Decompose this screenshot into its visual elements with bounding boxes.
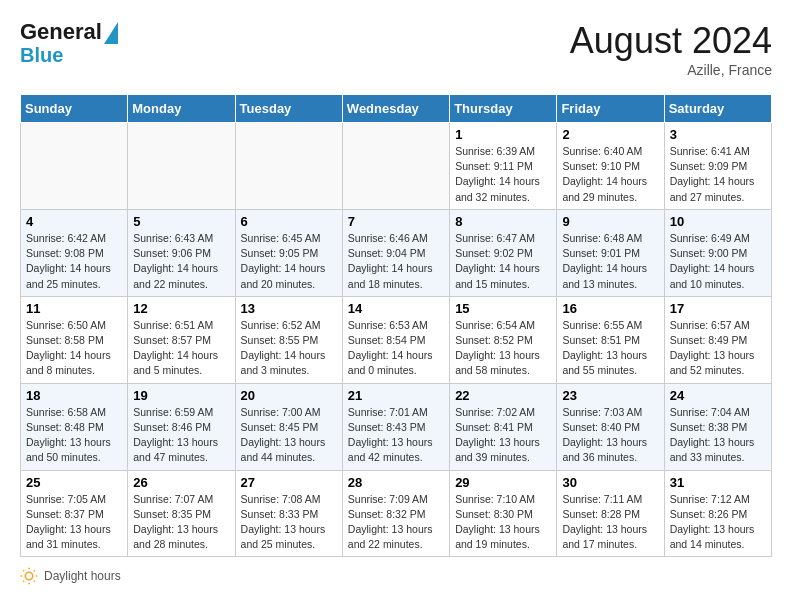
day-info: Sunrise: 6:46 AMSunset: 9:04 PMDaylight:…: [348, 231, 444, 292]
day-number: 14: [348, 301, 444, 316]
day-cell-6: 6Sunrise: 6:45 AMSunset: 9:05 PMDaylight…: [235, 209, 342, 296]
day-info: Sunrise: 6:53 AMSunset: 8:54 PMDaylight:…: [348, 318, 444, 379]
calendar-week-row: 18Sunrise: 6:58 AMSunset: 8:48 PMDayligh…: [21, 383, 772, 470]
day-info: Sunrise: 7:03 AMSunset: 8:40 PMDaylight:…: [562, 405, 658, 466]
calendar-table: SundayMondayTuesdayWednesdayThursdayFrid…: [20, 94, 772, 557]
day-info: Sunrise: 7:07 AMSunset: 8:35 PMDaylight:…: [133, 492, 229, 553]
day-cell-30: 30Sunrise: 7:11 AMSunset: 8:28 PMDayligh…: [557, 470, 664, 557]
day-number: 5: [133, 214, 229, 229]
title-area: August 2024 Azille, France: [570, 20, 772, 78]
day-info: Sunrise: 7:08 AMSunset: 8:33 PMDaylight:…: [241, 492, 337, 553]
calendar-week-row: 4Sunrise: 6:42 AMSunset: 9:08 PMDaylight…: [21, 209, 772, 296]
day-info: Sunrise: 7:10 AMSunset: 8:30 PMDaylight:…: [455, 492, 551, 553]
day-info: Sunrise: 6:47 AMSunset: 9:02 PMDaylight:…: [455, 231, 551, 292]
day-cell-15: 15Sunrise: 6:54 AMSunset: 8:52 PMDayligh…: [450, 296, 557, 383]
day-info: Sunrise: 7:12 AMSunset: 8:26 PMDaylight:…: [670, 492, 766, 553]
calendar-week-row: 25Sunrise: 7:05 AMSunset: 8:37 PMDayligh…: [21, 470, 772, 557]
day-number: 26: [133, 475, 229, 490]
day-cell-28: 28Sunrise: 7:09 AMSunset: 8:32 PMDayligh…: [342, 470, 449, 557]
day-info: Sunrise: 7:00 AMSunset: 8:45 PMDaylight:…: [241, 405, 337, 466]
day-cell-3: 3Sunrise: 6:41 AMSunset: 9:09 PMDaylight…: [664, 123, 771, 210]
day-info: Sunrise: 6:42 AMSunset: 9:08 PMDaylight:…: [26, 231, 122, 292]
day-info: Sunrise: 6:50 AMSunset: 8:58 PMDaylight:…: [26, 318, 122, 379]
day-number: 15: [455, 301, 551, 316]
day-info: Sunrise: 6:49 AMSunset: 9:00 PMDaylight:…: [670, 231, 766, 292]
day-info: Sunrise: 6:52 AMSunset: 8:55 PMDaylight:…: [241, 318, 337, 379]
sun-icon: [20, 567, 38, 585]
page-header: General Blue August 2024 Azille, France: [20, 20, 772, 78]
day-header-saturday: Saturday: [664, 95, 771, 123]
day-number: 28: [348, 475, 444, 490]
day-cell-18: 18Sunrise: 6:58 AMSunset: 8:48 PMDayligh…: [21, 383, 128, 470]
day-cell-8: 8Sunrise: 6:47 AMSunset: 9:02 PMDaylight…: [450, 209, 557, 296]
day-info: Sunrise: 7:04 AMSunset: 8:38 PMDaylight:…: [670, 405, 766, 466]
day-cell-14: 14Sunrise: 6:53 AMSunset: 8:54 PMDayligh…: [342, 296, 449, 383]
calendar-week-row: 1Sunrise: 6:39 AMSunset: 9:11 PMDaylight…: [21, 123, 772, 210]
day-header-monday: Monday: [128, 95, 235, 123]
empty-cell: [342, 123, 449, 210]
day-number: 21: [348, 388, 444, 403]
day-header-sunday: Sunday: [21, 95, 128, 123]
day-cell-11: 11Sunrise: 6:50 AMSunset: 8:58 PMDayligh…: [21, 296, 128, 383]
day-info: Sunrise: 6:51 AMSunset: 8:57 PMDaylight:…: [133, 318, 229, 379]
svg-line-4: [34, 581, 35, 582]
day-number: 30: [562, 475, 658, 490]
day-info: Sunrise: 6:54 AMSunset: 8:52 PMDaylight:…: [455, 318, 551, 379]
day-number: 22: [455, 388, 551, 403]
day-cell-9: 9Sunrise: 6:48 AMSunset: 9:01 PMDaylight…: [557, 209, 664, 296]
logo-text: General: [20, 20, 118, 44]
day-header-wednesday: Wednesday: [342, 95, 449, 123]
empty-cell: [128, 123, 235, 210]
day-cell-27: 27Sunrise: 7:08 AMSunset: 8:33 PMDayligh…: [235, 470, 342, 557]
day-number: 25: [26, 475, 122, 490]
day-number: 6: [241, 214, 337, 229]
day-number: 20: [241, 388, 337, 403]
day-header-friday: Friday: [557, 95, 664, 123]
day-header-thursday: Thursday: [450, 95, 557, 123]
day-cell-19: 19Sunrise: 6:59 AMSunset: 8:46 PMDayligh…: [128, 383, 235, 470]
day-info: Sunrise: 6:48 AMSunset: 9:01 PMDaylight:…: [562, 231, 658, 292]
day-cell-21: 21Sunrise: 7:01 AMSunset: 8:43 PMDayligh…: [342, 383, 449, 470]
day-info: Sunrise: 6:55 AMSunset: 8:51 PMDaylight:…: [562, 318, 658, 379]
svg-point-0: [25, 573, 33, 581]
day-number: 19: [133, 388, 229, 403]
svg-line-7: [23, 581, 24, 582]
day-number: 2: [562, 127, 658, 142]
logo: General Blue: [20, 20, 118, 66]
day-number: 31: [670, 475, 766, 490]
empty-cell: [21, 123, 128, 210]
day-header-tuesday: Tuesday: [235, 95, 342, 123]
day-number: 4: [26, 214, 122, 229]
day-number: 8: [455, 214, 551, 229]
day-number: 16: [562, 301, 658, 316]
empty-cell: [235, 123, 342, 210]
day-info: Sunrise: 7:09 AMSunset: 8:32 PMDaylight:…: [348, 492, 444, 553]
day-cell-16: 16Sunrise: 6:55 AMSunset: 8:51 PMDayligh…: [557, 296, 664, 383]
day-info: Sunrise: 6:40 AMSunset: 9:10 PMDaylight:…: [562, 144, 658, 205]
day-number: 23: [562, 388, 658, 403]
day-number: 27: [241, 475, 337, 490]
day-cell-22: 22Sunrise: 7:02 AMSunset: 8:41 PMDayligh…: [450, 383, 557, 470]
day-info: Sunrise: 6:43 AMSunset: 9:06 PMDaylight:…: [133, 231, 229, 292]
svg-line-8: [34, 571, 35, 572]
day-cell-5: 5Sunrise: 6:43 AMSunset: 9:06 PMDaylight…: [128, 209, 235, 296]
day-cell-26: 26Sunrise: 7:07 AMSunset: 8:35 PMDayligh…: [128, 470, 235, 557]
day-number: 10: [670, 214, 766, 229]
day-number: 7: [348, 214, 444, 229]
day-cell-24: 24Sunrise: 7:04 AMSunset: 8:38 PMDayligh…: [664, 383, 771, 470]
day-info: Sunrise: 7:05 AMSunset: 8:37 PMDaylight:…: [26, 492, 122, 553]
day-number: 24: [670, 388, 766, 403]
day-info: Sunrise: 6:45 AMSunset: 9:05 PMDaylight:…: [241, 231, 337, 292]
day-cell-1: 1Sunrise: 6:39 AMSunset: 9:11 PMDaylight…: [450, 123, 557, 210]
day-number: 1: [455, 127, 551, 142]
day-number: 9: [562, 214, 658, 229]
day-cell-2: 2Sunrise: 6:40 AMSunset: 9:10 PMDaylight…: [557, 123, 664, 210]
day-cell-31: 31Sunrise: 7:12 AMSunset: 8:26 PMDayligh…: [664, 470, 771, 557]
footer-label: Daylight hours: [44, 569, 121, 583]
logo-blue: Blue: [20, 44, 63, 66]
calendar-week-row: 11Sunrise: 6:50 AMSunset: 8:58 PMDayligh…: [21, 296, 772, 383]
calendar-header-row: SundayMondayTuesdayWednesdayThursdayFrid…: [21, 95, 772, 123]
day-number: 29: [455, 475, 551, 490]
day-info: Sunrise: 6:39 AMSunset: 9:11 PMDaylight:…: [455, 144, 551, 205]
day-info: Sunrise: 6:59 AMSunset: 8:46 PMDaylight:…: [133, 405, 229, 466]
